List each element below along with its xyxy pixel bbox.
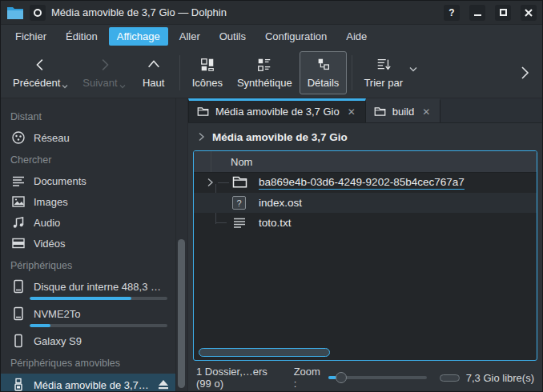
column-header-row: Nom: [194, 151, 537, 173]
icons-view-button[interactable]: Icônes: [185, 52, 230, 94]
menu-fichier[interactable]: Fichier: [7, 27, 54, 46]
breadcrumb-label: Média amovible de 3,7 Gio: [212, 131, 348, 143]
folder-icon: [232, 175, 247, 189]
text-file-icon: [232, 217, 247, 230]
app-folder-icon: [6, 6, 24, 20]
sidebar-item-audio[interactable]: Audio: [1, 212, 175, 233]
horizontal-scrollbar[interactable]: [199, 348, 330, 357]
minimize-icon: [474, 14, 481, 16]
file-name: ba869e4b-03d6-4249-9202-85b4cec767a7: [259, 176, 465, 190]
tab-build[interactable]: build ✕: [366, 98, 441, 122]
chevron-up-icon: [146, 57, 162, 73]
window-title: Média amovible de 3,7 Gio — Dolphin: [51, 6, 434, 18]
maximize-button[interactable]: [495, 5, 511, 21]
sidebar-item-galaxy-s9[interactable]: Galaxy S9: [1, 330, 175, 351]
file-name: index.ost: [259, 197, 302, 209]
places-panel: Distant Réseau Chercher Documents: [1, 98, 188, 391]
details-view-icon: [316, 57, 332, 73]
toolbar-overflow-button[interactable]: [512, 66, 537, 80]
video-icon: [11, 236, 26, 250]
window-menu-button[interactable]: [30, 5, 46, 21]
zoom-slider[interactable]: [328, 371, 427, 384]
tabbar: Média amovible de 3,7 Gio ✕ build ✕: [188, 98, 542, 123]
statusbar: 1 Dossier,…ers (99 o) Zoom : 7,3 Gio lib…: [188, 364, 542, 391]
file-row-toto-txt[interactable]: toto.txt: [194, 213, 537, 233]
menu-edition[interactable]: Édition: [58, 27, 106, 46]
menu-aide[interactable]: Aide: [338, 27, 375, 46]
help-icon: ?: [448, 7, 454, 18]
zoom-slider-handle[interactable]: [336, 372, 347, 383]
menu-outils[interactable]: Outils: [211, 27, 254, 46]
section-title-chercher: Chercher: [1, 148, 187, 170]
icons-view-icon: [199, 57, 215, 73]
expand-arrow-icon[interactable]: [207, 178, 214, 187]
items-summary: 1 Dossier,…ers (99 o): [196, 366, 280, 390]
sidebar-item-nvme2to[interactable]: NVME2To: [1, 303, 175, 330]
file-row-folder[interactable]: ba869e4b-03d6-4249-9202-85b4cec767a7: [194, 173, 537, 193]
compact-view-icon: [256, 57, 272, 73]
back-button[interactable]: Précédent: [6, 52, 75, 94]
unknown-file-icon: ?: [232, 196, 246, 210]
audio-icon: [11, 215, 26, 230]
disk-usage-bar: [30, 324, 167, 327]
tab-label: Média amovible de 3,7 Gio: [215, 106, 340, 118]
maximize-icon: [500, 9, 507, 16]
file-view: Nom: [193, 150, 537, 361]
sidebar-item-disque-dur-interne[interactable]: Disque dur interne 488,3 G…: [1, 276, 175, 303]
column-header-stub: [194, 151, 211, 172]
compact-view-button[interactable]: Synthétique: [230, 52, 300, 94]
sidebar-item-documents[interactable]: Documents: [1, 170, 175, 191]
sort-icon: [376, 57, 392, 73]
zoom-label: Zoom :: [294, 366, 320, 390]
sidebar-item-images[interactable]: Images: [1, 191, 175, 212]
menu-aller[interactable]: Aller: [171, 27, 208, 46]
breadcrumb[interactable]: Média amovible de 3,7 Gio: [188, 123, 542, 150]
toolbar-separator: [179, 55, 180, 90]
smartphone-icon: [11, 334, 26, 348]
tree-branch-line: [218, 182, 229, 183]
image-icon: [11, 194, 26, 209]
tab-close-icon[interactable]: ✕: [420, 106, 432, 118]
tab-media-amovible[interactable]: Média amovible de 3,7 Gio ✕: [188, 98, 366, 122]
sort-by-button[interactable]: Trier par: [357, 47, 422, 98]
sidebar-item-reseau[interactable]: Réseau: [1, 127, 175, 148]
harddisk-icon: [11, 279, 26, 294]
menubar: Fichier Édition Affichage Aller Outils C…: [1, 25, 542, 47]
minimize-button[interactable]: [469, 5, 485, 21]
menu-affichage[interactable]: Affichage: [109, 27, 168, 46]
panel-separator: [175, 98, 176, 391]
sidebar-scrollbar[interactable]: [178, 239, 185, 388]
titlebar: Média amovible de 3,7 Gio — Dolphin ?: [1, 1, 542, 25]
close-button[interactable]: [521, 5, 537, 21]
tab-close-icon[interactable]: ✕: [346, 106, 357, 118]
free-space-bar: [440, 374, 460, 382]
chevron-down-icon: [119, 84, 126, 89]
details-view-button[interactable]: Détails: [300, 51, 348, 94]
file-row-index-ost[interactable]: ? index.ost: [194, 193, 537, 213]
menu-configuration[interactable]: Configuration: [257, 27, 335, 46]
forward-button[interactable]: Suivant: [75, 52, 132, 94]
close-icon: [525, 9, 533, 17]
chevron-right-icon: [96, 57, 112, 73]
toolbar-separator: [352, 55, 352, 90]
disk-usage-bar: [30, 297, 167, 300]
chevron-left-icon: [33, 57, 49, 73]
tab-label: build: [392, 106, 414, 118]
document-icon: [11, 174, 26, 188]
sidebar-item-media-amovible[interactable]: Média amovible de 3,7 …: [1, 374, 175, 392]
usb-icon: [11, 378, 26, 392]
folder-icon: [374, 106, 386, 117]
eject-icon[interactable]: [158, 380, 169, 390]
file-name: toto.txt: [259, 217, 292, 229]
dolphin-window: Média amovible de 3,7 Gio — Dolphin ? Fi…: [0, 0, 543, 392]
column-header-nom[interactable]: Nom: [211, 156, 252, 168]
chevron-down-icon: [409, 66, 417, 72]
up-button[interactable]: Haut: [133, 52, 175, 94]
chevron-right-icon: [198, 132, 205, 142]
sidebar-item-videos[interactable]: Vidéos: [1, 233, 175, 254]
free-space-label: 7,3 Gio libre(s): [466, 372, 534, 384]
chevron-right-icon: [518, 66, 531, 80]
chevron-down-icon: [62, 84, 68, 89]
section-title-peripheriques: Périphériques: [1, 254, 187, 276]
help-button[interactable]: ?: [444, 5, 460, 21]
